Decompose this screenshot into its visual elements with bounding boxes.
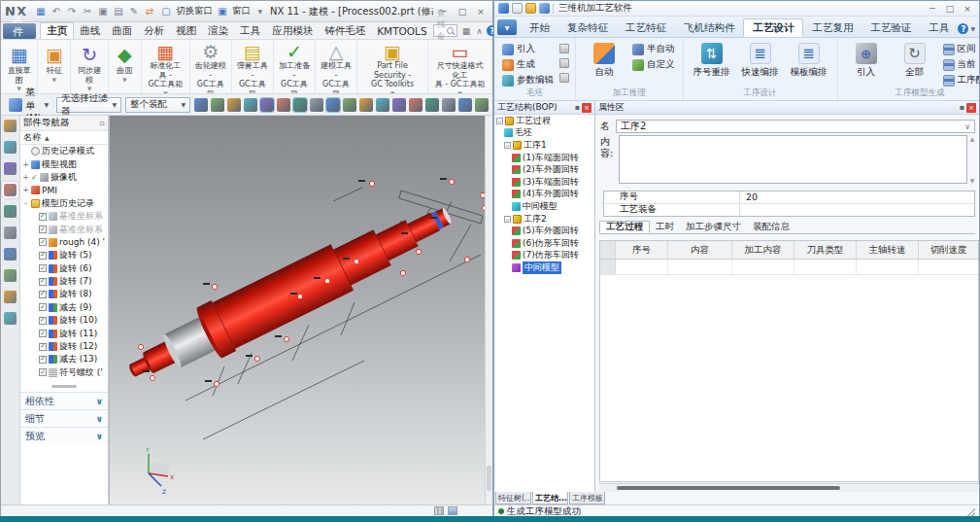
row-selector-cell[interactable] bbox=[600, 260, 616, 274]
checkbox[interactable]: ✓ bbox=[39, 343, 47, 351]
ribbon-group-surface[interactable]: ◆曲面▼ bbox=[109, 40, 142, 93]
checkbox[interactable]: ✓ bbox=[39, 368, 47, 376]
touch-icon[interactable] bbox=[194, 98, 208, 112]
sample-curve-icon[interactable] bbox=[326, 98, 340, 112]
tree-item[interactable]: +模型视图 bbox=[20, 157, 108, 170]
auto-button[interactable]: 自动 bbox=[582, 42, 626, 79]
nx-close-button[interactable]: × bbox=[473, 5, 489, 17]
bop-tree-item[interactable]: (3)车端面回转 bbox=[494, 176, 594, 189]
tree-item[interactable]: -模型历史记录 bbox=[20, 197, 108, 210]
pattern-icon[interactable] bbox=[392, 98, 406, 112]
import-blank-button[interactable]: 引入 bbox=[500, 42, 556, 56]
quick-arrange-button[interactable]: ≣快速编排 bbox=[738, 42, 783, 79]
all-button[interactable]: ↻全部 bbox=[893, 42, 937, 79]
checkbox[interactable]: ✓ bbox=[39, 238, 47, 246]
reuse-library-icon[interactable] bbox=[4, 205, 17, 218]
expand-toggle-icon[interactable]: - bbox=[22, 199, 29, 208]
more-icon[interactable] bbox=[475, 98, 489, 112]
tree-item[interactable]: +PMI bbox=[20, 184, 108, 196]
bop-tree-item[interactable]: −工序1 bbox=[494, 139, 594, 152]
tab-curve[interactable]: 曲线 bbox=[74, 22, 106, 39]
tab-work-hours[interactable]: 工时 bbox=[650, 221, 680, 233]
table-cell[interactable] bbox=[616, 260, 668, 274]
tab-kmtools[interactable]: KMTOOLS bbox=[371, 22, 432, 39]
current-button[interactable]: 当前 bbox=[941, 57, 980, 72]
close-panel-icon[interactable]: × bbox=[966, 103, 976, 113]
table-horizontal-scrollbar[interactable] bbox=[599, 483, 979, 492]
tab-process-feature[interactable]: 工艺特征 bbox=[617, 18, 675, 37]
window-label[interactable]: 窗口 bbox=[232, 5, 251, 17]
checkbox[interactable]: ✓ bbox=[39, 213, 47, 221]
tab-process[interactable]: 工艺过程 bbox=[599, 221, 650, 233]
expand-toggle-icon[interactable]: + bbox=[22, 160, 29, 169]
spline-icon[interactable] bbox=[310, 98, 323, 112]
column-header-4[interactable]: 刀具类型 bbox=[794, 241, 857, 259]
checkbox[interactable]: ✓ bbox=[39, 317, 47, 325]
ribbon-group-synchronous-modeling[interactable]: ↻同步建模▼ bbox=[71, 40, 108, 93]
expand-toggle-icon[interactable]: + bbox=[22, 173, 29, 182]
close-panel-icon[interactable]: × bbox=[582, 103, 591, 113]
tab-step-dimensions[interactable]: 加工步骤尺寸 bbox=[680, 221, 747, 233]
bop-tree-item[interactable]: (4)车外圆回转 bbox=[494, 189, 594, 201]
column-header-1[interactable]: 序号 bbox=[616, 241, 668, 259]
save-icon[interactable]: ▦ bbox=[34, 5, 48, 18]
tab-process-reuse[interactable]: 工艺复用 bbox=[803, 18, 862, 37]
cam-close-button[interactable]: × bbox=[960, 2, 975, 15]
ribbon-group-standardization-tools[interactable]: ▦标准化工具 - GC工具箱▼ bbox=[142, 40, 190, 93]
generate-blank-button[interactable]: 生成 bbox=[500, 57, 556, 72]
history-icon[interactable] bbox=[4, 248, 17, 261]
assembly-navigator-icon[interactable] bbox=[4, 141, 17, 154]
view-ops-icon[interactable] bbox=[442, 98, 456, 112]
undo-icon[interactable]: ↶ bbox=[50, 5, 63, 18]
semi-auto-button[interactable]: 半自动 bbox=[630, 42, 677, 56]
range-button[interactable]: 区间 bbox=[941, 42, 980, 56]
select-scope-icon[interactable] bbox=[211, 98, 224, 112]
selection-filter-combobox[interactable]: 无选择过滤器▼ bbox=[56, 97, 121, 113]
layer-icon[interactable] bbox=[425, 98, 439, 112]
section-细节[interactable]: 细节∨ bbox=[20, 409, 108, 427]
checkbox[interactable]: ✓ bbox=[39, 226, 47, 233]
circle-icon[interactable] bbox=[343, 98, 356, 112]
cut-icon[interactable]: ✂ bbox=[81, 5, 94, 18]
column-header-2[interactable]: 内容 bbox=[668, 241, 732, 259]
tab-process-verify[interactable]: 工艺验证 bbox=[862, 18, 920, 37]
splitter-handle[interactable] bbox=[51, 385, 77, 388]
tab-surface[interactable]: 曲面 bbox=[106, 22, 138, 39]
tree-item[interactable]: 历史记录模式 bbox=[20, 145, 108, 157]
nx-maximize-button[interactable]: □ bbox=[455, 5, 470, 17]
expand-toggle-icon[interactable]: − bbox=[496, 118, 503, 124]
line-icon[interactable] bbox=[277, 98, 290, 112]
panel-tab-feature-tree[interactable]: 特征树(... bbox=[495, 492, 531, 505]
checkbox[interactable]: ✓ bbox=[39, 303, 47, 311]
tree-item[interactable]: ✓旋转 (10) bbox=[20, 314, 108, 327]
tree-item[interactable]: ✓旋转 (11) bbox=[20, 327, 108, 339]
panel-undock-icon[interactable]: ▫ bbox=[100, 119, 105, 127]
render-style-icon[interactable] bbox=[458, 98, 472, 112]
collapse-ribbon-icon[interactable]: ∧ bbox=[473, 24, 486, 37]
bop-tree-item[interactable]: (5)车外圆回转 bbox=[494, 225, 594, 237]
split-window-icon[interactable] bbox=[409, 98, 422, 112]
format-painter-icon[interactable]: ✎ bbox=[127, 5, 141, 18]
bop-tree-item[interactable]: (7)仿形车回转 bbox=[494, 250, 594, 262]
save-file-icon[interactable] bbox=[539, 3, 550, 14]
column-header-5[interactable]: 主轴转速 bbox=[857, 241, 919, 259]
tab-view[interactable]: 视图 bbox=[170, 22, 202, 39]
bop-tree-item[interactable]: −工序2 bbox=[494, 213, 594, 226]
table-cell[interactable] bbox=[794, 260, 857, 274]
checkbox[interactable]: ✓ bbox=[39, 278, 47, 286]
tab-home[interactable]: 主页 bbox=[40, 22, 74, 39]
selection-scope-combobox[interactable]: 整个装配▼ bbox=[125, 97, 190, 113]
help-icon[interactable]: ? bbox=[958, 23, 968, 34]
content-scroll-arrows[interactable]: ▲▼ bbox=[968, 135, 976, 184]
tree-item[interactable]: ✓旋转 (5) bbox=[20, 249, 108, 261]
graphics-viewport[interactable]: X Y Z bbox=[109, 116, 487, 505]
datum-icon[interactable] bbox=[244, 98, 257, 112]
redo-icon[interactable]: ↷ bbox=[65, 5, 79, 18]
panel-tab-operation-template[interactable]: 工序模板 bbox=[569, 492, 605, 505]
roles-icon[interactable] bbox=[4, 291, 17, 303]
ribbon-group-dimension-quick-format[interactable]: ▭尺寸快速格式化工 具 - GC工具箱▼ bbox=[428, 40, 492, 93]
gallery-icon[interactable]: ▦ bbox=[459, 24, 472, 37]
constraint-navigator-icon[interactable] bbox=[4, 162, 17, 175]
window-icon[interactable]: ▣ bbox=[216, 5, 229, 18]
tree-item[interactable]: ✓基准坐标系 bbox=[20, 223, 108, 235]
